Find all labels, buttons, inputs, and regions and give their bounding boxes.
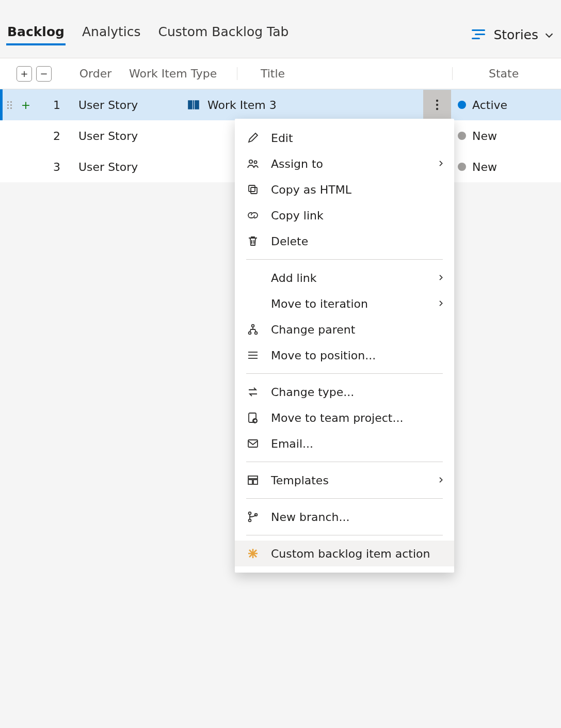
menu-item-movepos[interactable]: Move to position... [235,342,454,368]
menu-item-label: Move to team project... [271,412,403,424]
chevron-right-icon [437,157,445,170]
cell-title[interactable]: Work Item 3 [187,99,453,112]
add-child-button[interactable]: + [17,99,35,112]
menu-item-label: Templates [271,474,329,487]
templates-icon [246,473,260,487]
blank-icon [246,271,260,284]
svg-point-19 [249,512,251,515]
svg-rect-5 [251,187,257,194]
asterisk-icon [246,547,260,560]
mail-icon [246,437,260,450]
branch-icon [246,510,260,524]
svg-point-8 [249,332,251,335]
menu-item-label: Move to position... [271,349,376,362]
menu-item-moveproj[interactable]: Move to team project... [235,405,454,431]
menu-item-label: Move to iteration [271,297,368,310]
backlog-level-picker[interactable]: Stories [493,27,555,42]
menu-item-custom[interactable]: Custom backlog item action [235,541,454,566]
blank-icon [246,297,260,310]
column-header-order[interactable]: Order [62,67,129,80]
svg-point-20 [249,519,251,522]
menu-item-label: New branch... [271,511,349,524]
menu-item-edit[interactable]: Edit [235,125,454,151]
collapse-all-button[interactable]: − [36,66,52,82]
state-dot-icon [458,132,466,140]
menu-item-label: Delete [271,235,308,248]
people-icon [246,157,260,170]
menu-item-branch[interactable]: New branch... [235,504,454,530]
cell-order: 1 [35,99,78,112]
menu-item-label: Email... [271,437,313,450]
tab-backlog[interactable]: Backlog [6,24,66,45]
menu-item-label: Assign to [271,157,323,170]
swap-icon [246,385,260,399]
menu-item-label: Change parent [271,323,355,336]
svg-point-9 [255,332,258,335]
menu-item-copyhtml[interactable]: Copy as HTML [235,177,454,202]
menu-item-email[interactable]: Email... [235,431,454,456]
svg-point-7 [252,325,254,327]
chevron-down-icon [543,29,555,40]
state-dot-icon [458,163,466,171]
svg-point-1 [436,104,438,106]
context-menu: EditAssign toCopy as HTMLCopy linkDelete… [235,119,454,573]
menu-item-label: Custom backlog item action [271,547,430,560]
cell-order: 2 [35,130,78,143]
menu-item-copylink[interactable]: Copy link [235,202,454,228]
svg-rect-16 [248,476,258,479]
expand-all-button[interactable]: + [17,66,32,82]
svg-rect-15 [248,440,258,447]
menu-item-chparent[interactable]: Change parent [235,316,454,342]
pen-icon [246,131,260,145]
column-header-row: + − Order Work Item Type Title State [0,58,561,89]
column-header-state[interactable]: State [453,67,561,80]
menu-separator [246,259,443,260]
header-actions: + − [0,66,62,82]
svg-rect-17 [248,480,252,484]
menu-item-label: Add link [271,272,317,284]
trash-icon [246,234,260,248]
cell-state: New [453,161,561,173]
chevron-right-icon [437,297,445,310]
state-dot-icon [458,101,466,109]
backlog-level-icon [472,29,485,40]
link-icon [246,209,260,222]
menu-separator [246,462,443,462]
svg-point-3 [249,160,252,163]
menu-item-templates[interactable]: Templates [235,467,454,493]
tree-icon [246,323,260,336]
work-item-title: Work Item 3 [207,99,277,112]
menu-item-delete[interactable]: Delete [235,228,454,254]
tabs: Backlog Analytics Custom Backlog Tab [6,24,290,45]
menu-item-label: Copy as HTML [271,183,351,196]
tab-analytics[interactable]: Analytics [81,24,142,45]
menu-item-moveiter[interactable]: Move to iteration [235,291,454,316]
svg-point-4 [254,161,257,163]
lines-icon [246,349,260,362]
cell-type: User Story [78,130,187,143]
column-header-title[interactable]: Title [237,67,453,80]
menu-item-chtype[interactable]: Change type... [235,379,454,405]
work-item-icon [187,99,200,110]
menu-separator [246,373,443,374]
cell-order: 3 [35,161,78,173]
menu-separator [246,535,443,535]
cell-type: User Story [78,99,187,112]
cell-state: Active [453,99,561,112]
menu-item-addlink[interactable]: Add link [235,265,454,291]
tab-custom[interactable]: Custom Backlog Tab [157,24,290,45]
svg-point-2 [436,108,438,110]
menu-separator [246,498,443,499]
state-label: Active [472,99,507,112]
menu-item-label: Copy link [271,209,324,222]
column-header-type[interactable]: Work Item Type [129,67,237,80]
menu-item-label: Edit [271,132,293,145]
drag-handle[interactable] [3,101,17,109]
toolbar-right: Stories [472,27,561,42]
row-actions-button[interactable] [423,90,451,120]
chevron-right-icon [437,272,445,284]
backlog-level-label: Stories [493,27,538,42]
menu-item-assign[interactable]: Assign to [235,151,454,177]
top-tabs-bar: Backlog Analytics Custom Backlog Tab Sto… [0,0,561,58]
table-row[interactable]: + 1 User Story Work Item 3 Active [0,89,561,120]
